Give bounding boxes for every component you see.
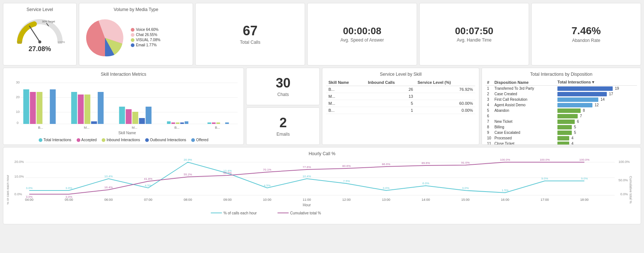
disp-name: New Ticket	[493, 119, 556, 124]
sl-table-row: M... 5 60.00%	[326, 100, 475, 107]
disposition-table: # Disposition Name Total Interactions ▾ …	[486, 79, 637, 145]
gauge-value: 27.08%	[7, 45, 73, 53]
svg-text:% of calls each hour: % of calls each hour	[223, 211, 257, 215]
gauge-container: 0% 100% 30% Target	[14, 14, 66, 44]
avg-speed-value: 00:00:08	[343, 26, 381, 36]
disp-bar-cell: 14	[556, 97, 637, 102]
svg-text:1.5%: 1.5%	[502, 189, 508, 192]
inbound-calls: 13	[366, 93, 415, 100]
disp-val: 4	[571, 136, 574, 140]
disp-num: 8	[486, 124, 493, 130]
svg-rect-15	[30, 92, 36, 124]
disposition-row: 10 Processed 4	[486, 135, 637, 141]
col-inbound: Inbound Calls	[366, 79, 415, 86]
volume-card: Volume by Media Type Voice 64.60%	[79, 3, 193, 65]
svg-text:06:00: 06:00	[104, 198, 113, 202]
disp-num: 4	[486, 102, 493, 108]
disp-bar-cell: 4	[556, 141, 637, 145]
svg-rect-38	[207, 122, 211, 124]
svg-text:91.0%: 91.0%	[461, 161, 470, 164]
disp-num: 2	[486, 91, 493, 97]
svg-text:0.0%: 0.0%	[14, 192, 22, 196]
svg-text:B...: B...	[174, 126, 179, 129]
hourly-chart: % of calls each hour Cumulative total % …	[7, 158, 637, 219]
avg-handle-label: Avg. Handle Time	[457, 38, 492, 43]
svg-text:3.0%: 3.0%	[462, 186, 469, 190]
disp-name: Billing	[493, 124, 556, 130]
legend-accepted: Accepted	[77, 138, 97, 142]
col-total-interactions: Total Interactions ▾	[556, 79, 637, 86]
svg-rect-20	[71, 92, 77, 124]
disp-bar-fill	[557, 136, 569, 140]
disp-bar-fill	[557, 92, 607, 96]
chats-label: Chats	[277, 92, 289, 97]
svg-rect-14	[23, 89, 29, 124]
svg-text:70.1%: 70.1%	[263, 168, 272, 171]
disp-num: 7	[486, 119, 493, 124]
disp-bar-fill	[557, 97, 598, 102]
disp-name: Agent Assist Demo	[493, 102, 556, 108]
svg-text:10.4%: 10.4%	[302, 175, 311, 178]
disp-bar-fill	[557, 120, 575, 124]
svg-text:55.2%: 55.2%	[183, 173, 192, 176]
svg-text:10: 10	[16, 110, 20, 114]
svg-text:59.7%: 59.7%	[223, 171, 232, 175]
disp-bar-cell: 19	[556, 86, 637, 92]
email-label: Email 1.77%	[136, 43, 157, 47]
email-dot	[131, 43, 134, 47]
skill-name: M...	[326, 100, 365, 107]
sl-by-skill-card: Service Level by Skill Skill Name Inboun…	[322, 68, 479, 145]
chats-card: 30 Chats	[246, 68, 320, 105]
svg-text:0%: 0%	[18, 40, 22, 44]
total-calls-label: Total Calls	[240, 40, 260, 45]
disp-num: 9	[486, 130, 493, 135]
legend: Voice 64.60% Chat 26.55% VISUAL 7.08% Em…	[131, 28, 160, 48]
svg-rect-35	[180, 122, 184, 124]
svg-text:0.0%: 0.0%	[620, 192, 628, 196]
chats-value: 30	[276, 76, 290, 90]
visual-dot	[131, 38, 134, 42]
disp-name: Case Created	[493, 91, 556, 97]
legend-total: Total Interactions	[39, 138, 71, 142]
svg-text:89.6%: 89.6%	[421, 161, 430, 165]
visual-label: VISUAL 7.08%	[136, 38, 160, 42]
skill-name: M...	[326, 93, 365, 100]
disposition-row: 7 New Ticket 6	[486, 119, 637, 124]
disp-bar-cell: 6	[556, 119, 637, 124]
disposition-card: Total Interactions by Disposition # Disp…	[482, 68, 641, 145]
total-calls-card: 67 Total Calls	[195, 3, 305, 65]
disp-bar-cell: 12	[556, 102, 637, 108]
emails-card: 2 Emails	[246, 107, 320, 145]
svg-rect-33	[171, 122, 175, 124]
svg-text:9.0%: 9.0%	[541, 177, 548, 180]
disp-num: 6	[486, 113, 493, 119]
skill-metrics-title: Skill Interaction Metrics	[7, 72, 240, 77]
disp-bar-cell: 5	[556, 124, 637, 130]
svg-rect-32	[167, 121, 171, 124]
disposition-row: 4 Agent Assist Demo 12	[486, 102, 637, 108]
svg-text:09:00: 09:00	[223, 198, 232, 202]
svg-text:86.6%: 86.6%	[382, 163, 391, 166]
disp-bar-fill	[557, 108, 581, 113]
inbound-calls: 26	[366, 86, 415, 93]
inbound-calls: 5	[366, 100, 415, 107]
legend-voice: Voice 64.60%	[131, 28, 160, 32]
svg-text:16.4%: 16.4%	[104, 186, 113, 189]
disposition-title: Total Interactions by Disposition	[486, 72, 637, 77]
disp-bar-cell: 4	[556, 135, 637, 141]
svg-rect-36	[185, 121, 188, 124]
disposition-row: 11 Close Ticket 4	[486, 141, 637, 145]
disp-bar-fill	[557, 125, 572, 129]
chat-label: Chat 26.55%	[136, 33, 157, 37]
hourly-title: Hourly Call %	[7, 151, 637, 156]
disp-num: 11	[486, 141, 493, 145]
svg-text:30: 30	[16, 81, 20, 84]
disp-name	[493, 113, 556, 119]
service-level-card: Service Level 0% 100% 30% Target	[3, 3, 77, 65]
svg-text:3.0%: 3.0%	[66, 186, 72, 190]
volume-content: Voice 64.60% Chat 26.55% VISUAL 7.08% Em…	[83, 14, 189, 61]
svg-text:100.0%: 100.0%	[619, 160, 630, 164]
svg-rect-27	[126, 109, 132, 124]
svg-text:3.0%: 3.0%	[26, 186, 32, 190]
disp-bar-fill	[557, 103, 592, 107]
